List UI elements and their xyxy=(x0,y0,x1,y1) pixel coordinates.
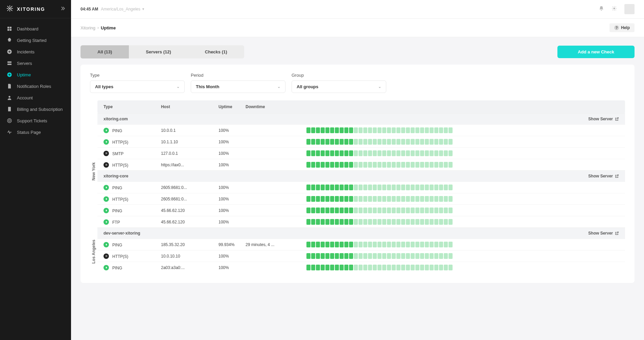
help-button[interactable]: ? Help xyxy=(610,23,635,32)
uptime-segment xyxy=(406,150,410,156)
uptime-segment xyxy=(396,242,400,247)
table-row[interactable]: FTP 45.66.62.120 100% xyxy=(97,216,625,227)
heartbeat-icon xyxy=(7,129,12,135)
uptime-segment xyxy=(325,208,329,213)
uptime-bars xyxy=(306,208,619,213)
table-row[interactable]: HTTP(S) https://lax0... 100% xyxy=(97,159,625,170)
add-check-button[interactable]: Add a new Check xyxy=(557,46,635,58)
table-row[interactable]: PING 2a03:a3a0:... 100% xyxy=(97,262,625,273)
uptime-segment xyxy=(311,162,315,168)
chevron-down-icon: ⌄ xyxy=(177,84,180,89)
timezone-label[interactable]: America/Los_Angeles xyxy=(101,7,140,11)
uptime-segment xyxy=(415,265,419,270)
filters: Type All types ⌄ Period This Month ⌄ xyxy=(80,73,635,100)
uptime-segment xyxy=(377,127,382,133)
uptime-segment xyxy=(434,253,438,259)
svg-rect-5 xyxy=(7,62,12,63)
uptime-segment xyxy=(335,196,339,202)
status-paused-icon xyxy=(104,162,109,168)
table-row[interactable]: SMTP 127.0.0.1 100% xyxy=(97,147,625,159)
bell-icon[interactable] xyxy=(599,6,604,13)
svg-rect-23 xyxy=(107,164,107,166)
uptime-segment xyxy=(439,265,443,270)
uptime-segment xyxy=(354,150,358,156)
uptime-segment xyxy=(325,265,329,270)
uptime-segment xyxy=(377,196,382,202)
uptime-segment xyxy=(377,208,382,213)
uptime-segment xyxy=(330,219,334,225)
uptime-cell: 100% xyxy=(218,265,246,270)
host-cell: 10.0.10.10 xyxy=(161,254,218,259)
sidebar-item-support-tickets[interactable]: Support Tickets xyxy=(0,115,71,126)
svg-rect-24 xyxy=(106,255,106,257)
uptime-segment xyxy=(444,139,448,145)
group-header: xitoring-coreShow Server xyxy=(97,170,625,181)
uptime-segment xyxy=(448,242,453,247)
uptime-segment xyxy=(415,196,419,202)
uptime-segment xyxy=(349,185,353,190)
tabs: All (13)Servers (12)Checks (1) xyxy=(80,45,244,58)
sidebar-item-getting-started[interactable]: Getting Started xyxy=(0,34,71,46)
svg-rect-21 xyxy=(107,152,107,154)
uptime-segment xyxy=(425,253,429,259)
table-row[interactable]: HTTP(S) 2605:8681:0... 100% xyxy=(97,193,625,204)
collapse-sidebar-icon[interactable] xyxy=(60,6,65,12)
clock-time: 04:45 AM xyxy=(80,7,98,11)
uptime-segment xyxy=(359,208,363,213)
uptime-segment xyxy=(439,162,443,168)
host-cell: 127.0.0.1 xyxy=(161,151,218,156)
uptime-segment xyxy=(349,208,353,213)
table-row[interactable]: HTTP(S) 10.1.1.10 100% xyxy=(97,136,625,147)
tab-servers[interactable]: Servers (12) xyxy=(129,45,188,58)
tab-checks[interactable]: Checks (1) xyxy=(188,45,244,58)
chevron-down-icon[interactable]: ▼ xyxy=(142,7,145,11)
sidebar-item-status-page[interactable]: Status Page xyxy=(0,126,71,138)
uptime-segment xyxy=(401,139,405,145)
uptime-cell: 100% xyxy=(218,220,246,224)
period-select[interactable]: This Month ⌄ xyxy=(191,80,285,93)
host-cell: 45.66.62.120 xyxy=(161,220,218,224)
uptime-segment xyxy=(373,196,377,202)
theme-toggle-icon[interactable] xyxy=(612,6,617,13)
table-row[interactable]: PING 2605:8681:0... 100% xyxy=(97,181,625,193)
sidebar-item-uptime[interactable]: Uptime xyxy=(0,69,71,80)
uptime-segment xyxy=(387,253,391,259)
check-type: PING xyxy=(112,208,122,213)
sidebar-item-servers[interactable]: Servers xyxy=(0,57,71,69)
uptime-cell: 100% xyxy=(218,140,246,144)
uptime-segment xyxy=(411,208,415,213)
uptime-segment xyxy=(411,150,415,156)
uptime-segment xyxy=(411,253,415,259)
table-row[interactable]: PING 45.66.62.120 100% xyxy=(97,204,625,216)
group-select[interactable]: All groups ⌄ xyxy=(292,80,386,93)
breadcrumb-root[interactable]: Xitoring xyxy=(80,25,95,30)
table-row[interactable]: HTTP(S) 10.0.10.10 100% xyxy=(97,250,625,262)
type-select[interactable]: All types ⌄ xyxy=(90,80,185,93)
uptime-segment xyxy=(373,265,377,270)
tab-all[interactable]: All (13) xyxy=(80,45,129,58)
show-server-link[interactable]: Show Server xyxy=(588,231,619,236)
show-server-link[interactable]: Show Server xyxy=(588,117,619,121)
uptime-segment xyxy=(420,162,424,168)
sidebar-item-notification-roles[interactable]: Notification Roles xyxy=(0,80,71,92)
sidebar-item-account[interactable]: Account xyxy=(0,92,71,103)
uptime-segment xyxy=(340,265,344,270)
sidebar-item-billing-and-subscription[interactable]: Billing and Subscription xyxy=(0,103,71,115)
uptime-cell: 99.934% xyxy=(218,242,246,247)
show-server-link[interactable]: Show Server xyxy=(588,174,619,178)
status-paused-icon xyxy=(104,151,109,156)
help-icon: ? xyxy=(614,25,619,30)
uptime-segment xyxy=(368,253,372,259)
uptime-segment xyxy=(387,219,391,225)
uptime-segment xyxy=(321,253,325,259)
uptime-segment xyxy=(340,196,344,202)
group-name: dev-server-xitoring xyxy=(104,231,140,236)
uptime-segment xyxy=(325,127,329,133)
sidebar-item-incidents[interactable]: Incidents xyxy=(0,46,71,57)
table-row[interactable]: PING 10.0.0.1 100% xyxy=(97,124,625,136)
table-row[interactable]: PING 185.35.32.20 99.934% 29 minutes, 4 … xyxy=(97,239,625,250)
sidebar-item-dashboard[interactable]: Dashboard xyxy=(0,23,71,34)
uptime-segment xyxy=(373,208,377,213)
avatar[interactable] xyxy=(624,4,635,14)
uptime-segment xyxy=(321,127,325,133)
